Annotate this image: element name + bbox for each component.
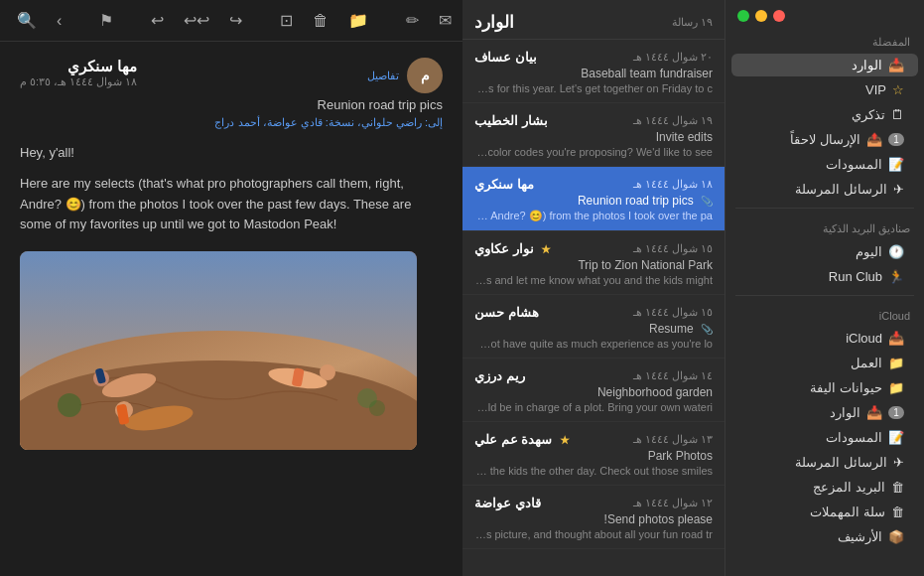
minimize-button[interactable] (755, 10, 767, 22)
icloud-inbox-icon: 📥 (866, 405, 882, 420)
flag-button[interactable]: ⚑ (94, 8, 118, 33)
trash-icon: 🗑 (891, 504, 904, 519)
msg-date: ٢٠ شوال ١٤٤٤ هـ (633, 51, 713, 64)
message-item[interactable]: ١٥ شوال ١٤٤٤ هـ هشام حسن 📎 Resume I've a… (462, 295, 725, 359)
attachment-icon: 📎 (701, 324, 713, 335)
sidebar-divider-2 (735, 295, 914, 296)
msg-date: ١٩ شوال ١٤٤٤ هـ (633, 114, 713, 127)
message-item[interactable]: ١٥ شوال ١٤٤٤ هـ ★ نوار عكاوي Trip to Zio… (462, 231, 725, 295)
mail-button[interactable]: ✉ (434, 8, 457, 33)
trash-button[interactable]: 🗑 (308, 9, 333, 33)
msg-preview: Hey, y'all! Here are my selects (that's … (474, 210, 713, 222)
email-detail-date: ١٨ شوال ١٤٤٤ هـ، ٥:٣٥ م (20, 75, 137, 88)
sidebar-item-junk[interactable]: 🗑 البريد المزعج (731, 476, 918, 499)
msg-preview: Hi Danny, I took some great photos of th… (474, 465, 713, 477)
detail-pane: 🔍 ‹ ⚑ ↩ ↩↩ ↪ ⊡ 🗑 📁 ✏ ✉ تفاصيل م مها سنكر… (0, 0, 462, 576)
maximize-button[interactable] (737, 10, 749, 22)
forward-button[interactable]: ↪ (224, 8, 247, 33)
email-to-line: إلى: راضي حلواني، نسخة: قادي عواضة، أحمد… (20, 116, 443, 129)
sidebar-item-icloud[interactable]: 📥 iCloud (731, 327, 918, 350)
message-item[interactable]: ١٩ شوال ١٤٤٤ هـ بشار الخطيب Invite edits… (462, 103, 725, 167)
msg-sender: ★ نوار عكاوي (474, 241, 551, 256)
sidebar-icloud-sent-label: الرسائل المرسلة (739, 455, 887, 470)
sidebar-trash-label: سلة المهملات (739, 504, 885, 519)
sidebar-item-work[interactable]: 📁 العمل (731, 352, 918, 374)
archive-button[interactable]: ⊡ (275, 8, 298, 33)
svg-point-14 (369, 400, 385, 416)
junk-icon: 🗑 (891, 480, 904, 495)
message-item[interactable]: ١٢ شوال ١٤٤٤ هـ قادي عواضة Send photos p… (462, 486, 725, 549)
sidebar-run-club-label: Run Club (739, 269, 882, 284)
msg-subject: Trip to Zion National Park (474, 258, 713, 272)
sidebar-notes-label: تذكري (739, 107, 885, 122)
msg-preview: Hi Danny, I can't wait for our upcoming … (474, 274, 713, 286)
smart-mailboxes-label: صناديق البريد الذكية (726, 215, 924, 239)
back-button[interactable]: ‹ (52, 9, 66, 33)
sidebar-item-inbox[interactable]: 📥 الوارد (731, 54, 918, 76)
msg-sender: بشار الخطيب (474, 113, 548, 128)
msg-subject: Baseball team fundraiser (474, 67, 713, 80)
sidebar-work-label: العمل (739, 356, 882, 370)
sidebar-icloud-inbox-label: الوارد (739, 405, 860, 420)
move-button[interactable]: 📁 (343, 8, 373, 33)
msg-subject: Invite edits (474, 130, 713, 144)
favorites-section-label: المفضلة (726, 28, 924, 53)
sidebar-send-later-label: الإرسال لاحقاً (739, 132, 860, 147)
msg-date: ١٢ شوال ١٤٤٤ هـ (633, 497, 713, 509)
message-item[interactable]: ٢٠ شوال ١٤٤٤ هـ بيان عساف Baseball team … (462, 40, 725, 103)
msg-sender: مها سنكري (474, 177, 534, 192)
sidebar-item-icloud-drafts[interactable]: 📝 المسودات (731, 426, 918, 449)
to-label: إلى: (425, 116, 443, 128)
icloud-drafts-icon: 📝 (888, 430, 904, 445)
reply-button[interactable]: ↩ (146, 8, 169, 33)
email-subject: Reunion road trip pics (20, 97, 443, 112)
sidebar-item-pets[interactable]: 📁 حيوانات اليفة (731, 376, 918, 399)
sidebar-junk-label: البريد المزعج (739, 480, 885, 495)
sidebar-item-today[interactable]: 🕐 اليوم (731, 240, 918, 263)
sidebar-drafts-label: المسودات (739, 157, 882, 172)
sidebar-sent-label: الرسائل المرسلة (739, 182, 887, 197)
icloud-icon: 📥 (888, 331, 904, 346)
sidebar-item-drafts[interactable]: 📝 المسودات (731, 153, 918, 176)
sidebar-inbox-label: الوارد (739, 58, 882, 72)
svg-point-12 (58, 393, 81, 417)
sidebar-item-notes[interactable]: 🗒 تذكري (731, 103, 918, 126)
message-list-title: الوارد (474, 12, 514, 33)
details-link[interactable]: تفاصيل (367, 70, 399, 82)
sidebar-divider-1 (735, 208, 914, 209)
sidebar-today-label: اليوم (739, 244, 882, 259)
photo-svg (20, 251, 417, 450)
star-icon: ★ (560, 434, 570, 446)
sidebar-pets-label: حيوانات اليفة (739, 380, 882, 395)
msg-preview: Hi Danny, Remember that awesome trip we … (474, 528, 713, 540)
sidebar-item-icloud-inbox[interactable]: 1 📥 الوارد (731, 401, 918, 424)
message-item-selected[interactable]: ١٨ شوال ١٤٤٤ هـ مها سنكري 📎 Reunion road… (462, 167, 725, 231)
sidebar-archive-label: الأرشيف (739, 529, 882, 544)
sidebar-item-sent[interactable]: ✈ الرسائل المرسلة (731, 178, 918, 201)
msg-preview: It's time to start fundraising! I'm incl… (474, 82, 713, 94)
sidebar-item-icloud-sent[interactable]: ✈ الرسائل المرسلة (731, 451, 918, 474)
message-list-items: ٢٠ شوال ١٤٤٤ هـ بيان عساف Baseball team … (462, 40, 725, 549)
sender-avatar: م (407, 58, 443, 93)
attachment-icon: 📎 (701, 196, 713, 207)
sidebar-item-send-later[interactable]: 1 📤 الإرسال لاحقاً (731, 128, 918, 151)
icloud-sent-icon: ✈ (893, 455, 904, 470)
compose-button[interactable]: ✏ (401, 8, 424, 33)
msg-subject: Park Photos (474, 449, 713, 463)
close-button[interactable] (773, 10, 785, 22)
to-recipients[interactable]: راضي حلواني، نسخة: قادي عواضة، أحمد دراج (214, 116, 421, 128)
message-item[interactable]: ١٤ شوال ١٤٤٤ هـ ريم درزي Neighborhood ga… (462, 359, 725, 422)
search-button[interactable]: 🔍 (12, 8, 42, 33)
msg-sender: هشام حسن (474, 305, 539, 320)
message-item[interactable]: ١٣ شوال ١٤٤٤ هـ ★ سهدة عم علي Park Photo… (462, 422, 725, 486)
reply-all-button[interactable]: ↩↩ (179, 8, 214, 33)
sidebar-item-vip[interactable]: ☆ VIP (731, 78, 918, 101)
msg-sender: بيان عساف (474, 50, 537, 65)
sidebar-item-run-club[interactable]: 🏃 Run Club (731, 265, 918, 288)
message-list-header: ١٩ رسالة الوارد (462, 0, 725, 40)
sidebar-item-trash[interactable]: 🗑 سلة المهملات (731, 501, 918, 523)
msg-subject: 📎 Resume (474, 322, 713, 336)
archive-icon: 📦 (888, 529, 904, 544)
sidebar-item-archive[interactable]: 📦 الأرشيف (731, 525, 918, 548)
body-greeting: Hey, y'all! (20, 143, 443, 164)
